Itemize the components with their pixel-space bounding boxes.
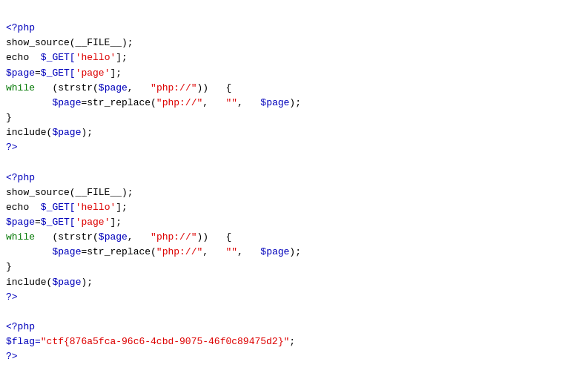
code-token: $page	[52, 127, 81, 138]
code-token: 'hello'	[76, 52, 116, 63]
code-token: ?>	[6, 142, 18, 153]
code-line: ?>	[6, 140, 582, 155]
code-token: 'hello'	[76, 202, 116, 213]
code-token: ,	[128, 231, 151, 243]
code-token: ""	[226, 97, 238, 108]
code-token: $page	[52, 97, 81, 108]
code-token: include(	[6, 127, 52, 138]
code-token: )) {	[197, 82, 232, 93]
code-token: $page	[6, 67, 35, 79]
code-token: 'page'	[76, 217, 110, 228]
code-token: $_GET[	[41, 202, 76, 213]
code-token: ];	[116, 52, 128, 63]
code-token: ?>	[6, 291, 18, 303]
code-token	[6, 246, 52, 257]
code-token: while	[6, 231, 35, 243]
code-token: ];	[116, 202, 128, 213]
code-line	[6, 305, 582, 320]
code-token: <?php	[6, 22, 35, 33]
code-token: $page	[260, 246, 289, 257]
code-line: include($page);	[6, 125, 582, 140]
code-token: }	[6, 112, 12, 123]
code-token: $page	[260, 97, 289, 108]
code-line: $page=str_replace("php://", "", $page);	[6, 245, 582, 260]
code-token: ;	[289, 336, 295, 347]
code-token: ""	[226, 246, 238, 257]
code-line: <?php	[6, 21, 582, 36]
code-line: $flag="ctf{876a5fca-96c6-4cbd-9075-46f0c…	[6, 334, 582, 349]
code-line: ?>	[6, 349, 582, 364]
code-token: ,	[202, 97, 225, 108]
code-token: "php://"	[151, 82, 196, 93]
code-token: ,	[128, 82, 151, 93]
code-token: show_source(__FILE__);	[6, 187, 133, 198]
code-token	[29, 52, 41, 63]
code-token: "php://"	[151, 231, 196, 243]
code-token: while	[6, 82, 35, 93]
code-token: "php://"	[156, 97, 202, 108]
code-token: $page	[6, 217, 35, 228]
code-token: =str_replace(	[81, 246, 156, 257]
code-token: $_GET[	[41, 67, 76, 79]
code-token: 'page'	[76, 67, 110, 79]
code-token: $page	[99, 231, 128, 243]
code-token: $_GET[	[41, 52, 76, 63]
code-token: );	[81, 127, 93, 138]
code-token: );	[81, 277, 93, 288]
code-token: $flag=	[6, 336, 41, 347]
code-token: <?php	[6, 172, 35, 183]
code-token: "php://"	[156, 246, 202, 257]
code-token: );	[289, 246, 301, 257]
code-line: echo $_GET['hello'];	[6, 50, 582, 65]
code-line: }	[6, 260, 582, 274]
code-token: $page	[52, 277, 81, 288]
code-line	[6, 155, 582, 170]
code-token: );	[289, 97, 301, 108]
code-token	[6, 97, 52, 108]
code-token: $page	[99, 82, 128, 93]
code-line: include($page);	[6, 275, 582, 290]
code-line: $page=str_replace("php://", "", $page);	[6, 96, 582, 111]
code-container: <?phpshow_source(__FILE__);echo $_GET['h…	[6, 6, 582, 364]
code-token: }	[6, 261, 12, 272]
code-token: echo	[6, 202, 29, 213]
code-token: ,	[202, 246, 225, 257]
code-line: show_source(__FILE__);	[6, 36, 582, 50]
code-token: show_source(__FILE__);	[6, 37, 133, 48]
code-line: while (strstr($page, "php://")) {	[6, 230, 582, 245]
code-token: ];	[110, 67, 122, 79]
code-line: }	[6, 111, 582, 125]
code-line: ?>	[6, 290, 582, 305]
code-token: ,	[237, 246, 260, 257]
code-token: =	[35, 217, 41, 228]
code-token: (strstr(	[35, 231, 99, 243]
code-token: include(	[6, 277, 52, 288]
code-token: )) {	[197, 231, 232, 243]
code-token: "ctf{876a5fca-96c6-4cbd-9075-46f0c89475d…	[41, 336, 289, 347]
code-token: ];	[110, 217, 122, 228]
code-token: $page	[52, 246, 81, 257]
code-line: <?php	[6, 320, 582, 334]
code-line: $page=$_GET['page'];	[6, 66, 582, 81]
code-line: <?php	[6, 171, 582, 185]
code-token: echo	[6, 52, 29, 63]
code-line: $page=$_GET['page'];	[6, 215, 582, 230]
code-line: echo $_GET['hello'];	[6, 200, 582, 215]
code-line: show_source(__FILE__);	[6, 185, 582, 200]
code-line: while (strstr($page, "php://")) {	[6, 81, 582, 96]
code-token: <?php	[6, 321, 35, 332]
code-token: =	[35, 67, 41, 79]
code-token: (strstr(	[35, 82, 99, 93]
code-token: ?>	[6, 351, 18, 362]
code-token: =str_replace(	[81, 97, 156, 108]
code-token: ,	[237, 97, 260, 108]
code-token: $_GET[	[41, 217, 76, 228]
code-token	[29, 202, 41, 213]
